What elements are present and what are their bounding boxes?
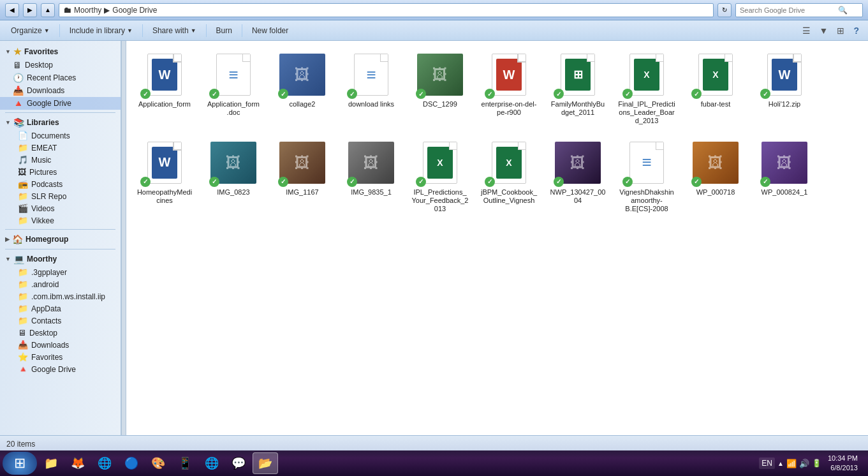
- file-icon: X ✓: [486, 140, 532, 186]
- sidebar-item-google-drive2[interactable]: 🔺 Google Drive: [0, 363, 121, 375]
- file-item[interactable]: W ✓ enterprise-on-del-pe-r900: [477, 47, 541, 130]
- language-indicator: EN: [759, 457, 775, 469]
- computer-header[interactable]: ▼ 💻 Moorthy: [0, 252, 121, 266]
- file-icon: 🖼 ✓: [210, 140, 256, 186]
- file-item[interactable]: 🖼 ✓ collage2: [270, 47, 334, 130]
- file-item[interactable]: 🖼 ✓ IMG_0823: [202, 135, 265, 218]
- sidebar-item-slr-repo[interactable]: 📁 SLR Repo: [0, 190, 121, 202]
- file-item[interactable]: 🖼 ✓ IMG_1167: [270, 135, 334, 218]
- search-icon[interactable]: 🔍: [838, 6, 848, 15]
- file-item[interactable]: X ✓ IPL_Predictions_Your_Feedback_2013: [408, 135, 472, 218]
- contacts-icon: 📁: [18, 316, 28, 325]
- file-item[interactable]: 🖼 ✓ NWP_130427_0004: [546, 135, 610, 218]
- sys-tray-arrow[interactable]: ▲: [777, 460, 784, 467]
- new-folder-button[interactable]: New folder: [246, 24, 294, 37]
- taskbar-chrome2-icon[interactable]: 🌐: [199, 452, 224, 474]
- sidebar-item-recent-places[interactable]: 🕐 Recent Places: [0, 71, 121, 84]
- refresh-button[interactable]: ↻: [717, 3, 732, 17]
- taskbar-clock[interactable]: 10:34 PM 6/8/2013: [824, 454, 862, 473]
- sidebar-item-podcasts[interactable]: 📻 Podcasts: [0, 178, 121, 190]
- file-label: enterprise-on-del-pe-r900: [480, 100, 538, 117]
- taskbar-firefox-icon[interactable]: 🦊: [65, 452, 91, 474]
- downloads-icon: 📥: [13, 86, 24, 96]
- sidebar-item-contacts[interactable]: 📁 Contacts: [0, 315, 121, 327]
- sidebar-item-vikkee[interactable]: 📁 Vikkee: [0, 214, 121, 227]
- file-label: fubar-test: [701, 100, 730, 108]
- file-item[interactable]: ≡ ✓ Application_form .doc: [202, 47, 265, 130]
- file-item[interactable]: 🖼 ✓ WP_000718: [684, 135, 747, 218]
- battery-icon: 🔋: [812, 459, 821, 468]
- recent-places-icon: 🕐: [13, 73, 24, 83]
- favorites-header[interactable]: ▼ ★ Favorites: [0, 45, 121, 59]
- homegroup-header[interactable]: ▶ 🏠 Homegroup: [0, 232, 121, 246]
- sidebar-item-downloads2[interactable]: 📥 Downloads: [0, 339, 121, 351]
- help-button[interactable]: ?: [850, 24, 863, 37]
- file-icon: 🖼 ✓: [348, 140, 394, 186]
- sidebar-item-android[interactable]: 📁 .android: [0, 278, 121, 290]
- taskbar-chrome-icon[interactable]: 🌐: [92, 452, 117, 474]
- file-item[interactable]: W ✓ Holi'12.zip: [753, 47, 816, 130]
- file-item[interactable]: 🖼 ✓ IMG_9835_1: [339, 135, 403, 218]
- sidebar-item-pictures[interactable]: 🖼 Pictures: [0, 166, 121, 178]
- taskbar-viber-icon[interactable]: 📱: [172, 452, 198, 474]
- taskbar-explorer-icon[interactable]: 📁: [38, 452, 64, 474]
- taskbar-paint-icon[interactable]: 🎨: [145, 452, 171, 474]
- file-item[interactable]: X ✓ fubar-test: [684, 47, 747, 130]
- sidebar-item-music[interactable]: 🎵 Music: [0, 154, 121, 166]
- file-item[interactable]: 🖼 ✓ DSC_1299: [408, 47, 472, 130]
- share-with-button[interactable]: Share with ▼: [147, 24, 202, 37]
- include-library-button[interactable]: Include in library ▼: [64, 24, 138, 37]
- libraries-header[interactable]: ▼ 📚 Libraries: [0, 115, 121, 130]
- sidebar-item-ibm[interactable]: 📁 .com.ibm.ws.install.iip: [0, 290, 121, 302]
- item-count: 20 items: [6, 440, 35, 449]
- address-bar[interactable]: 🖿 Moorthy ▶ Google Drive: [59, 3, 714, 17]
- downloads2-icon: 📥: [18, 340, 28, 350]
- libraries-section: ▼ 📚 Libraries 📄 Documents 📁 EMEAT 🎵 Musi…: [0, 115, 121, 227]
- path-segment-1[interactable]: Moorthy: [74, 6, 101, 15]
- search-input[interactable]: [740, 6, 835, 14]
- file-item[interactable]: W ✓ HomeopathyMedicines: [133, 135, 196, 218]
- sidebar-item-appdata[interactable]: 📁 AppData: [0, 302, 121, 315]
- file-label: Final_IPL_Predictions_Leader_Board_2013: [618, 100, 675, 126]
- file-item[interactable]: 🖼 ✓ WP_000824_1: [753, 135, 816, 218]
- up-button[interactable]: ▲: [41, 3, 55, 17]
- sidebar-item-3gpplayer[interactable]: 📁 .3gpplayer: [0, 266, 121, 278]
- back-button[interactable]: ◀: [5, 3, 19, 17]
- sync-check-icon: ✓: [416, 177, 426, 187]
- file-item[interactable]: ≡ ✓ VigneshDhakshinamoorthy-B.E[CS]-2008: [615, 135, 679, 218]
- sidebar-item-videos[interactable]: 🎬 Videos: [0, 202, 121, 214]
- appdata-icon: 📁: [18, 304, 28, 313]
- file-label: Application_form .doc: [205, 100, 262, 117]
- sidebar-item-google-drive[interactable]: 🔺 Google Drive: [0, 97, 121, 110]
- taskbar-folder-active[interactable]: 📂: [253, 452, 278, 474]
- sync-check-icon: ✓: [347, 89, 357, 99]
- taskbar-skype-icon[interactable]: 💬: [226, 452, 251, 474]
- favorites2-icon: ⭐: [18, 352, 28, 362]
- file-item[interactable]: X ✓ jBPM_Cookbook_Outline_Vignesh: [477, 135, 541, 218]
- search-bar[interactable]: 🔍: [735, 3, 863, 17]
- file-item[interactable]: W ✓ Application_form: [133, 47, 196, 130]
- sidebar-item-desktop2[interactable]: 🖥 Desktop: [0, 327, 121, 339]
- sidebar-item-downloads[interactable]: 📥 Downloads: [0, 84, 121, 97]
- taskbar-ie-icon[interactable]: 🔵: [119, 452, 144, 474]
- view-details-button[interactable]: ▼: [816, 24, 832, 37]
- file-item[interactable]: X ✓ Final_IPL_Predictions_Leader_Board_2…: [615, 47, 679, 130]
- burn-button[interactable]: Burn: [210, 24, 238, 37]
- file-icon: W ✓: [142, 52, 188, 98]
- view-large-button[interactable]: ⊞: [833, 24, 848, 37]
- sync-check-icon: ✓: [691, 89, 702, 99]
- start-button[interactable]: ⊞: [3, 452, 37, 475]
- file-item[interactable]: ⊞ ✓ FamilyMonthlyBudget_2011: [546, 47, 610, 130]
- sidebar-item-documents[interactable]: 📄 Documents: [0, 130, 121, 142]
- path-segment-2[interactable]: Google Drive: [112, 6, 157, 15]
- file-item[interactable]: ≡ ✓ download links: [339, 47, 403, 130]
- forward-button[interactable]: ▶: [23, 3, 37, 17]
- sidebar-item-desktop[interactable]: 🖥 Desktop: [0, 59, 121, 71]
- file-icon: X ✓: [417, 140, 463, 186]
- sidebar-divider-3: [5, 249, 115, 249]
- sidebar-item-favorites2[interactable]: ⭐ Favorites: [0, 351, 121, 363]
- view-list-button[interactable]: ☰: [798, 24, 814, 37]
- file-icon: W ✓: [761, 52, 807, 98]
- sidebar-item-emeat[interactable]: 📁 EMEAT: [0, 142, 121, 154]
- organize-button[interactable]: Organize ▼: [5, 24, 55, 37]
